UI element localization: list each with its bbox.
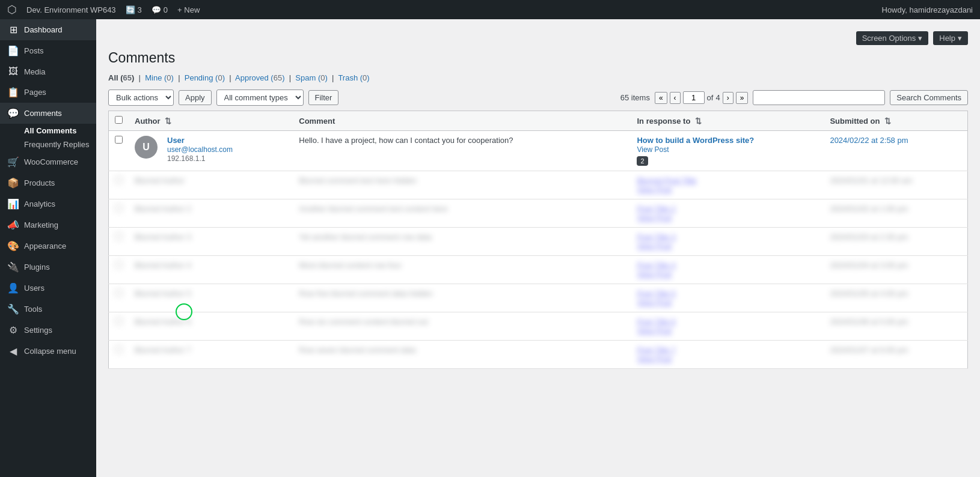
toolbar-right: 65 items « ‹ of 4 › » Search Comments: [620, 90, 968, 105]
sidebar-item-settings[interactable]: ⚙ Settings: [0, 320, 96, 341]
comments-item[interactable]: 💬 0: [152, 5, 168, 14]
select-all-checkbox[interactable]: [115, 116, 123, 124]
woocommerce-icon: 🛒: [7, 156, 19, 168]
updates-icon: 🔄: [126, 5, 135, 14]
row-checkbox-cell: [109, 131, 129, 171]
page-of-label: of: [707, 93, 714, 102]
page-title: Comments: [108, 50, 968, 66]
sidebar-item-products[interactable]: 📦 Products: [0, 172, 96, 193]
row-checkbox[interactable]: [115, 232, 123, 240]
row-checkbox[interactable]: [115, 261, 123, 269]
first-page-button[interactable]: «: [655, 92, 667, 104]
author-email-link[interactable]: user@localhost.com: [167, 145, 233, 154]
marketing-icon: 📣: [7, 219, 19, 231]
screen-options-chevron-icon: ▾: [918, 34, 922, 43]
row-checkbox[interactable]: [115, 317, 123, 325]
sidebar-item-woocommerce[interactable]: 🛒 WooCommerce: [0, 151, 96, 172]
items-count: 65 items: [620, 93, 650, 102]
sidebar-item-marketing[interactable]: 📣 Marketing: [0, 214, 96, 235]
filter-tab-approved[interactable]: Approved (65): [235, 73, 284, 82]
table-row: Blurred Author 7 Row seven blurred comme…: [109, 341, 968, 369]
sidebar-item-media[interactable]: 🖼 Media: [0, 61, 96, 82]
in-response-column-header[interactable]: In response to ⇅: [631, 111, 824, 131]
table-row: Blurred Author Blurred comment text here…: [109, 171, 968, 199]
author-ip: 192.168.1.1: [167, 154, 205, 163]
sidebar-item-users[interactable]: 👤 Users: [0, 278, 96, 299]
in-response-sort-icon: ⇅: [695, 117, 702, 126]
analytics-icon: 📊: [7, 198, 19, 210]
prev-page-button[interactable]: ‹: [670, 92, 681, 104]
search-input[interactable]: [753, 90, 885, 105]
posts-icon: 📄: [7, 45, 19, 56]
filter-tabs: All (65) | Mine (0) | Pending (0) | Appr…: [108, 73, 968, 82]
comment-column-header: Comment: [293, 111, 631, 131]
sidebar-sub-frequently-replies[interactable]: Frequently Replies: [0, 138, 96, 151]
submitted-date-link[interactable]: 2024/02/22 at 2:58 pm: [830, 136, 908, 145]
help-button[interactable]: Help ▾: [933, 31, 968, 45]
filter-tab-mine[interactable]: Mine (0): [145, 73, 174, 82]
sidebar-label-settings: Settings: [24, 326, 52, 335]
sidebar-label-analytics: Analytics: [24, 199, 55, 208]
comments-icon: 💬: [152, 5, 161, 14]
sidebar-sub-all-comments[interactable]: All Comments: [0, 124, 96, 138]
row-checkbox[interactable]: [115, 204, 123, 212]
collapse-icon: ◀: [7, 345, 19, 357]
sidebar-label-appearance: Appearance: [24, 242, 66, 251]
sidebar-label-media: Media: [24, 67, 45, 76]
sidebar-item-tools[interactable]: 🔧 Tools: [0, 299, 96, 320]
next-page-button[interactable]: ›: [723, 92, 733, 104]
sidebar-item-analytics[interactable]: 📊 Analytics: [0, 193, 96, 214]
submitted-column-header[interactable]: Submitted on ⇅: [824, 111, 967, 131]
tools-icon: 🔧: [7, 303, 19, 315]
row-checkbox[interactable]: [115, 136, 123, 144]
author-sort-icon: ⇅: [165, 117, 171, 126]
comment-types-select[interactable]: All comment types: [216, 90, 304, 106]
filter-tab-spam[interactable]: Spam (0): [295, 73, 327, 82]
sidebar-item-collapse[interactable]: ◀ Collapse menu: [0, 341, 96, 362]
screen-options-button[interactable]: Screen Options ▾: [856, 31, 929, 45]
pagination: « ‹ of 4 › »: [655, 91, 748, 104]
sidebar-label-collapse: Collapse menu: [24, 347, 76, 356]
comment-count-badge: 2: [637, 156, 648, 166]
filter-tab-all[interactable]: All (65): [108, 73, 134, 82]
appearance-icon: 🎨: [7, 240, 19, 252]
row-checkbox[interactable]: [115, 289, 123, 297]
page-number-input[interactable]: [683, 91, 705, 104]
avatar: U: [135, 136, 158, 159]
total-pages: 4: [715, 93, 720, 102]
site-name[interactable]: Dev. Environment WP643: [26, 5, 116, 14]
new-item[interactable]: + New: [177, 5, 200, 14]
sidebar-item-pages[interactable]: 📋 Pages: [0, 82, 96, 103]
in-response-post-link[interactable]: How to build a WordPress site?: [637, 136, 754, 145]
view-post-link[interactable]: View Post: [637, 145, 669, 154]
sidebar-label-comments: Comments: [24, 109, 62, 118]
last-page-button[interactable]: »: [736, 92, 749, 104]
sidebar-label-pages: Pages: [24, 88, 46, 97]
author-cell: U User user@localhost.com 192.168.1.1: [129, 131, 293, 171]
apply-button[interactable]: Apply: [179, 90, 212, 105]
sidebar-label-posts: Posts: [24, 46, 44, 55]
row-checkbox[interactable]: [115, 345, 123, 353]
bulk-actions-select[interactable]: Bulk actions: [108, 90, 174, 106]
sidebar-item-posts[interactable]: 📄 Posts: [0, 40, 96, 61]
row-checkbox[interactable]: [115, 176, 123, 184]
sidebar-label-products: Products: [24, 178, 55, 187]
sidebar-item-dashboard[interactable]: ⊞ Dashboard: [0, 19, 96, 40]
howdy-text[interactable]: Howdy, hamidrezayazdani: [882, 5, 973, 14]
updates-item[interactable]: 🔄 3: [126, 5, 142, 14]
filter-tab-pending[interactable]: Pending (0): [185, 73, 225, 82]
submitted-cell: 2024/02/22 at 2:58 pm: [824, 131, 967, 171]
sidebar-item-plugins[interactable]: 🔌 Plugins: [0, 257, 96, 278]
sidebar-item-appearance[interactable]: 🎨 Appearance: [0, 235, 96, 257]
table-row: Blurred Author 4 More blurred content ro…: [109, 256, 968, 284]
wp-logo-icon[interactable]: ⬡: [7, 3, 17, 16]
author-column-header[interactable]: Author ⇅: [129, 111, 293, 131]
toolbar-left: Bulk actions Apply All comment types Fil…: [108, 90, 338, 106]
top-action-bar: Screen Options ▾ Help ▾: [108, 31, 968, 45]
comments-nav-icon: 💬: [7, 108, 19, 119]
filter-tab-trash[interactable]: Trash (0): [338, 73, 369, 82]
sidebar-item-comments[interactable]: 💬 Comments: [0, 103, 96, 124]
filter-button[interactable]: Filter: [308, 90, 339, 105]
search-comments-button[interactable]: Search Comments: [890, 90, 968, 105]
author-name-link[interactable]: User: [167, 136, 185, 145]
